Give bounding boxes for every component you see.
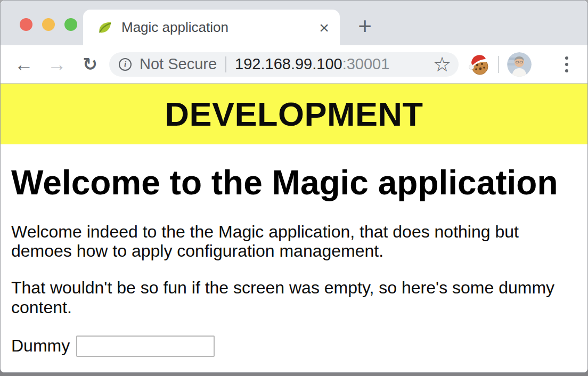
browser-window: Magic application × + ← → ↻ i Not Secure… <box>0 0 588 373</box>
reload-icon[interactable]: ↻ <box>79 52 101 77</box>
url-text: 192.168.99.100:30001 <box>235 55 389 73</box>
new-tab-button[interactable]: + <box>351 12 379 40</box>
tab-close-icon[interactable]: × <box>319 19 329 36</box>
bookmark-star-icon[interactable]: ☆ <box>433 54 451 75</box>
info-icon[interactable]: i <box>119 58 132 71</box>
browser-tab[interactable]: Magic application × <box>83 10 340 45</box>
kebab-menu-icon[interactable] <box>560 52 574 77</box>
toolbar-divider <box>498 56 499 73</box>
security-label: Not Secure <box>140 55 217 73</box>
traffic-light-maximize[interactable] <box>64 18 77 31</box>
forward-icon[interactable]: → <box>46 52 68 77</box>
page-content: Welcome to the Magic application Welcome… <box>1 164 587 357</box>
profile-avatar[interactable] <box>507 52 532 77</box>
url-port: :30001 <box>342 55 390 72</box>
dev-banner: DEVELOPMENT <box>1 84 587 144</box>
browser-toolbar: ← → ↻ i Not Secure 192.168.99.100:30001 … <box>1 45 587 84</box>
dev-banner-label: DEVELOPMENT <box>165 95 423 133</box>
window-controls <box>20 18 77 31</box>
tab-title: Magic application <box>121 19 319 36</box>
dummy-label: Dummy <box>11 336 70 356</box>
omnibox-divider <box>225 56 226 72</box>
back-icon[interactable]: ← <box>13 52 35 77</box>
address-bar[interactable]: i Not Secure 192.168.99.100:30001 ☆ <box>109 52 459 77</box>
user-avatar-icon <box>507 52 532 77</box>
intro-paragraph: Welcome indeed to the the Magic applicat… <box>11 222 565 261</box>
cookie-santa-hat-extension-icon[interactable] <box>466 52 491 77</box>
url-host: 192.168.99.100 <box>235 55 342 72</box>
traffic-light-close[interactable] <box>20 18 32 31</box>
traffic-light-minimize[interactable] <box>42 18 55 31</box>
tab-strip: Magic application × + <box>1 1 587 45</box>
page-title: Welcome to the Magic application <box>11 164 577 203</box>
dummy-form-row: Dummy <box>11 336 577 357</box>
spring-leaf-icon <box>97 20 113 36</box>
dummy-paragraph: That wouldn't be so fun if the screen wa… <box>11 278 565 317</box>
dummy-input[interactable] <box>76 336 215 357</box>
